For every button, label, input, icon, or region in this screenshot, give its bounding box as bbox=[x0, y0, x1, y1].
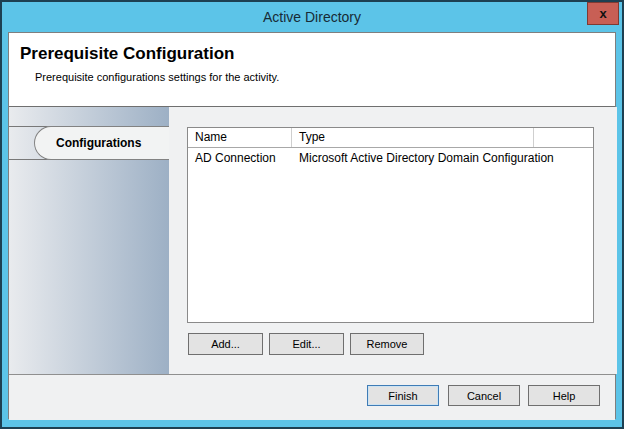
finish-button[interactable]: Finish bbox=[367, 385, 439, 406]
dialog-window: Active Directory x Prerequisite Configur… bbox=[0, 0, 624, 429]
content-panel: Name Type AD Connection Microsoft Active… bbox=[169, 107, 617, 374]
table-row[interactable]: AD Connection Microsoft Active Directory… bbox=[188, 148, 593, 169]
table-header: Name Type bbox=[188, 128, 593, 148]
dialog-content: Prerequisite Configuration Prerequisite … bbox=[8, 32, 616, 419]
main-section: Configurations Name Type AD Connection M… bbox=[9, 106, 615, 374]
list-actions: Add... Edit... Remove bbox=[188, 333, 424, 355]
sidebar: Configurations bbox=[9, 107, 169, 374]
edit-button[interactable]: Edit... bbox=[269, 333, 344, 355]
title-bar: Active Directory x bbox=[2, 2, 622, 32]
configurations-list[interactable]: Name Type AD Connection Microsoft Active… bbox=[187, 127, 594, 323]
page-title: Prerequisite Configuration bbox=[20, 44, 234, 64]
column-header-name[interactable]: Name bbox=[188, 128, 292, 147]
tab-configurations[interactable]: Configurations bbox=[34, 126, 169, 160]
help-button[interactable]: Help bbox=[528, 385, 600, 406]
window-title: Active Directory bbox=[2, 2, 622, 32]
header-section: Prerequisite Configuration Prerequisite … bbox=[9, 33, 615, 106]
dialog-frame: Active Directory x Prerequisite Configur… bbox=[2, 2, 622, 427]
add-button[interactable]: Add... bbox=[188, 333, 263, 355]
remove-button[interactable]: Remove bbox=[350, 333, 424, 355]
page-subtitle: Prerequisite configurations settings for… bbox=[35, 71, 279, 83]
cancel-button[interactable]: Cancel bbox=[448, 385, 520, 406]
cell-type: Microsoft Active Directory Domain Config… bbox=[292, 148, 582, 169]
close-button[interactable]: x bbox=[587, 2, 619, 25]
column-header-blank bbox=[534, 128, 593, 147]
footer-bar: Finish Cancel Help bbox=[9, 374, 615, 420]
close-icon: x bbox=[599, 6, 606, 21]
column-header-type[interactable]: Type bbox=[292, 128, 534, 147]
cell-name: AD Connection bbox=[188, 148, 292, 169]
